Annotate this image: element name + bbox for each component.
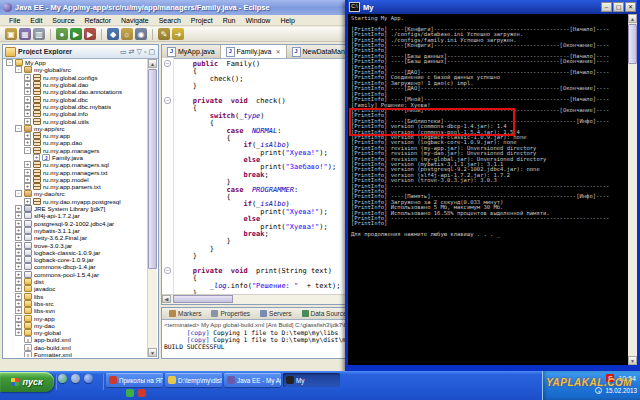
tree-item-my-app-src[interactable]: -my-app/src [4,125,148,132]
expand-icon[interactable]: + [24,81,31,88]
tree-item-netty-3-6-2-final-jar[interactable]: +netty-3.6.2.Final.jar [4,234,148,241]
fold-collapse-icon[interactable]: – [164,60,171,67]
tree-item-formatter-xml[interactable]: xFormatter.xml [4,351,148,357]
tree-item-libs-src[interactable]: +libs-src [4,300,148,307]
expand-icon[interactable]: + [15,285,22,292]
volume-tray-icon[interactable]: ◗ [595,387,602,394]
scroll-down-icon[interactable]: ▼ [148,348,157,357]
tree-item-commons-pool-1-5-4-jar[interactable]: +commons-pool-1.5.4.jar [4,271,148,278]
menu-source[interactable]: Source [47,17,79,24]
collapse-icon[interactable]: - [15,125,22,132]
tree-item-ru-my-dao-myapp-postgresql[interactable]: +ru.my.dao.myapp.postgresql [4,198,148,205]
tree-item-logback-core-1-0-9-jar[interactable]: +logback-core-1.0.9.jar [4,256,148,263]
expand-icon[interactable]: + [15,322,22,329]
link-editor-icon[interactable]: ⇄ [129,48,135,56]
scroll-thumb[interactable] [628,24,637,64]
tree-item-ru-my-app-managers-sql[interactable]: +ru.my.app.managers.sql [4,161,148,168]
menu-navigate[interactable]: Navigate [116,17,154,24]
tree-item-ru-my-app-managers-txt[interactable]: +ru.my.app.managers.txt [4,168,148,175]
minimize-button[interactable]: – [601,2,612,12]
tree-item-ru-my-app[interactable]: +ru.my.app [4,132,148,139]
panel-tab-properties[interactable]: Properties [206,310,255,317]
console-titlebar[interactable]: C:\ My – ▢ ✕ [348,0,637,14]
tree-item-ru-my-global-dbc-mybatis[interactable]: +ru.my.global.dbc.mybatis [4,103,148,110]
expand-icon[interactable]: + [24,96,31,103]
search-icon[interactable]: ◉ [135,28,147,40]
tree-item-postgresql-9-2-1002-jdbc4-jar[interactable]: +postgresql-9.2-1002.jdbc4.jar [4,220,148,227]
tree-item-my-app[interactable]: +my-app [4,314,148,321]
tree-item-my-dao-src[interactable]: -my-dao/src [4,190,148,197]
ie-quick-icon[interactable] [71,374,80,383]
tree-item-dist[interactable]: +dist [4,278,148,285]
expand-icon[interactable]: + [24,118,31,125]
tree-item-app-build-xml[interactable]: xapp-build.xml [4,336,148,343]
menu-help[interactable]: Help [275,17,299,24]
tree-item-dao-build-xml[interactable]: xdao-build.xml [4,344,148,351]
tree-item-slf4j-api-1-7-2-jar[interactable]: +slf4j-api-1.7.2.jar [4,212,148,219]
tree-item-ru-my-global-utils[interactable]: +ru.my.global.utils [4,117,148,124]
last-edit-icon[interactable]: ➜ [172,28,184,40]
scroll-thumb[interactable] [148,69,157,269]
task-eclipse[interactable]: Java EE - My App/my... [224,373,281,387]
scroll-up-icon[interactable]: ▲ [628,14,637,23]
expand-icon[interactable]: + [15,278,22,285]
new-wizard-icon[interactable]: ▣ [5,28,17,40]
tree-item-trove-3-0-3-jar[interactable]: +trove-3.0.3.jar [4,241,148,248]
tree-item-ru-my-global-info[interactable]: +ru.my.global.info [4,110,148,117]
expand-icon[interactable]: + [15,249,22,256]
expand-icon[interactable]: + [15,227,22,234]
tree-item-my-global[interactable]: +my-global [4,329,148,336]
fold-collapse-icon[interactable]: – [164,97,171,104]
expand-icon[interactable]: + [24,176,31,183]
show-desktop-icon[interactable] [84,374,93,383]
tree-item-my-dao[interactable]: +my-dao [4,322,148,329]
expand-icon[interactable]: + [24,161,31,168]
new-java-class-icon[interactable]: ◆ [107,28,119,40]
tree-item-ru-my-app-parsers-txt[interactable]: +ru.my.app.parsers.txt [4,183,148,190]
menu-edit[interactable]: Edit [25,17,47,24]
expand-icon[interactable]: + [15,212,22,219]
expand-icon[interactable]: + [15,242,22,249]
expand-icon[interactable]: + [15,271,22,278]
clock[interactable]: 10:54 [618,375,636,382]
expand-icon[interactable]: + [24,110,31,117]
collapse-icon[interactable]: - [15,190,22,197]
console-body[interactable]: Starting My App. [PrintInfo] ----[Конфиг… [348,14,637,365]
menu-run[interactable]: Run [218,17,241,24]
fold-collapse-icon[interactable]: – [164,267,171,274]
task-explorer[interactable]: D:\temp\my\dist\my_... [165,373,222,387]
task-opera[interactable]: Приколы на ЯПлака... [106,373,163,387]
editor-tab-myapp-java[interactable]: JMyApp.java [162,45,221,58]
expand-icon[interactable]: + [15,300,22,307]
scroll-down-icon[interactable]: ▼ [628,356,637,365]
tray-green-icon[interactable] [126,389,134,397]
run-icon[interactable]: ▶ [70,28,82,40]
tree-item-mybatis-3-1-1-jar[interactable]: +mybatis-3.1.1.jar [4,227,148,234]
expand-icon[interactable]: + [15,263,22,270]
collapse-icon[interactable]: - [15,66,22,73]
tree-item-family-java[interactable]: +JFamily.java [4,154,148,161]
expand-icon[interactable]: + [15,307,22,314]
tree-item-my-global-src[interactable]: -my-global/src [4,66,148,73]
tree-item-ru-my-app-model[interactable]: +ru.my.app.model [4,176,148,183]
expand-icon[interactable]: + [15,205,22,212]
menu-refactor[interactable]: Refactor [80,17,116,24]
tree-scrollbar[interactable]: ▲ ▼ [147,59,157,357]
annotation-icon[interactable]: ✎ [158,28,170,40]
print-icon[interactable]: ▥ [33,28,45,40]
console-scrollbar[interactable]: ▲ ▼ [628,14,637,365]
expand-icon[interactable]: + [15,234,22,241]
tree-item-ru-my-global-dbc[interactable]: +ru.my.global.dbc [4,95,148,102]
expand-icon[interactable]: + [24,132,31,139]
menu-file[interactable]: File [4,17,25,24]
debug-icon[interactable]: ● [56,28,68,40]
expand-icon[interactable]: + [15,293,22,300]
scroll-left-icon[interactable]: ◀ [162,295,171,303]
expand-icon[interactable]: + [24,74,31,81]
tree-item-libs-svn[interactable]: +libs-svn [4,307,148,314]
close-tab-icon[interactable]: ✕ [275,48,280,55]
task-console[interactable]: My [283,373,340,387]
expand-icon[interactable]: + [33,154,40,161]
menu-project[interactable]: Project [186,17,218,24]
scroll-up-icon[interactable]: ▲ [148,59,157,68]
